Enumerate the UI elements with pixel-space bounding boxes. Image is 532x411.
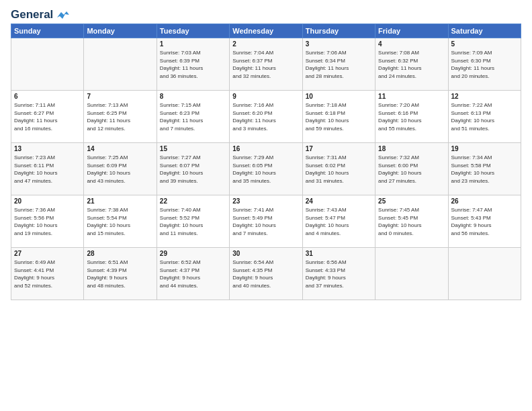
calendar-cell: 22Sunrise: 7:40 AM Sunset: 5:52 PM Dayli… [157,195,229,248]
cell-content: Sunrise: 7:36 AM Sunset: 5:56 PM Dayligh… [14,206,81,237]
day-header-friday: Friday [375,24,448,38]
cell-content: Sunrise: 7:47 AM Sunset: 5:43 PM Dayligh… [451,206,518,237]
page: General SundayMondayTuesdayWednesdayThur… [0,0,532,411]
day-number: 2 [232,40,299,48]
logo: General [11,8,69,19]
calendar-cell: 1Sunrise: 7:03 AM Sunset: 6:39 PM Daylig… [157,38,229,91]
day-number: 30 [232,250,299,257]
logo-general: General [11,8,53,21]
cell-content: Sunrise: 7:29 AM Sunset: 6:05 PM Dayligh… [232,154,299,185]
calendar-cell: 23Sunrise: 7:41 AM Sunset: 5:49 PM Dayli… [230,195,302,248]
cell-content: Sunrise: 7:38 AM Sunset: 5:54 PM Dayligh… [87,206,153,237]
day-number: 8 [160,93,226,100]
calendar-cell: 10Sunrise: 7:18 AM Sunset: 6:18 PM Dayli… [302,91,375,143]
calendar-cell: 13Sunrise: 7:23 AM Sunset: 6:11 PM Dayli… [11,143,84,195]
header: General [11,8,521,19]
cell-content: Sunrise: 7:22 AM Sunset: 6:13 PM Dayligh… [451,101,518,132]
calendar-week-row: 1Sunrise: 7:03 AM Sunset: 6:39 PM Daylig… [11,38,521,91]
cell-content: Sunrise: 7:41 AM Sunset: 5:49 PM Dayligh… [232,206,299,237]
calendar-cell [375,248,448,300]
calendar-body: 1Sunrise: 7:03 AM Sunset: 6:39 PM Daylig… [11,38,521,300]
cell-content: Sunrise: 7:04 AM Sunset: 6:37 PM Dayligh… [232,49,299,80]
calendar-week-row: 20Sunrise: 7:36 AM Sunset: 5:56 PM Dayli… [11,195,521,248]
calendar-cell: 7Sunrise: 7:13 AM Sunset: 6:25 PM Daylig… [84,91,157,143]
day-number: 1 [160,40,226,48]
cell-content: Sunrise: 7:27 AM Sunset: 6:07 PM Dayligh… [160,154,226,185]
cell-content: Sunrise: 7:20 AM Sunset: 6:16 PM Dayligh… [378,101,445,132]
day-header-sunday: Sunday [11,24,84,38]
cell-content: Sunrise: 7:13 AM Sunset: 6:25 PM Dayligh… [87,101,153,132]
calendar-cell: 20Sunrise: 7:36 AM Sunset: 5:56 PM Dayli… [11,195,84,248]
cell-content: Sunrise: 7:40 AM Sunset: 5:52 PM Dayligh… [160,206,226,237]
day-header-thursday: Thursday [302,24,375,38]
cell-content: Sunrise: 7:32 AM Sunset: 6:00 PM Dayligh… [378,154,445,185]
calendar-cell [448,248,521,300]
cell-content: Sunrise: 7:08 AM Sunset: 6:32 PM Dayligh… [378,49,445,80]
calendar-cell [11,38,84,91]
calendar-cell: 12Sunrise: 7:22 AM Sunset: 6:13 PM Dayli… [448,91,521,143]
day-number: 6 [14,93,81,100]
day-number: 24 [306,197,372,205]
calendar-week-row: 13Sunrise: 7:23 AM Sunset: 6:11 PM Dayli… [11,143,521,195]
day-number: 16 [232,145,299,152]
calendar-cell: 19Sunrise: 7:34 AM Sunset: 5:58 PM Dayli… [448,143,521,195]
day-number: 4 [378,40,445,48]
day-number: 13 [14,145,81,152]
day-header-saturday: Saturday [448,24,521,38]
day-number: 23 [232,197,299,205]
day-number: 11 [378,93,445,100]
day-number: 9 [232,93,299,100]
calendar-cell: 26Sunrise: 7:47 AM Sunset: 5:43 PM Dayli… [448,195,521,248]
day-number: 12 [451,93,518,100]
calendar-cell: 8Sunrise: 7:15 AM Sunset: 6:23 PM Daylig… [157,91,229,143]
day-number: 17 [306,145,372,152]
cell-content: Sunrise: 7:23 AM Sunset: 6:11 PM Dayligh… [14,154,81,185]
cell-content: Sunrise: 7:31 AM Sunset: 6:02 PM Dayligh… [306,154,372,185]
day-number: 18 [378,145,445,152]
day-number: 14 [87,145,153,152]
cell-content: Sunrise: 7:25 AM Sunset: 6:09 PM Dayligh… [87,154,153,185]
cell-content: Sunrise: 7:11 AM Sunset: 6:27 PM Dayligh… [14,101,81,132]
day-number: 5 [451,40,518,48]
day-number: 22 [160,197,226,205]
day-number: 21 [87,197,153,205]
day-number: 27 [14,250,81,257]
day-number: 19 [451,145,518,152]
cell-content: Sunrise: 7:43 AM Sunset: 5:47 PM Dayligh… [306,206,372,237]
calendar-cell: 21Sunrise: 7:38 AM Sunset: 5:54 PM Dayli… [84,195,157,248]
calendar-cell: 16Sunrise: 7:29 AM Sunset: 6:05 PM Dayli… [230,143,302,195]
calendar-week-row: 27Sunrise: 6:49 AM Sunset: 4:41 PM Dayli… [11,248,521,300]
day-header-monday: Monday [84,24,157,38]
cell-content: Sunrise: 7:15 AM Sunset: 6:23 PM Dayligh… [160,101,226,132]
cell-content: Sunrise: 6:54 AM Sunset: 4:35 PM Dayligh… [232,259,299,289]
day-number: 29 [160,250,226,257]
calendar-cell: 30Sunrise: 6:54 AM Sunset: 4:35 PM Dayli… [230,248,302,300]
svg-marker-0 [57,11,69,19]
day-header-tuesday: Tuesday [157,24,229,38]
cell-content: Sunrise: 7:18 AM Sunset: 6:18 PM Dayligh… [306,101,372,132]
calendar-cell: 9Sunrise: 7:16 AM Sunset: 6:20 PM Daylig… [230,91,302,143]
day-number: 15 [160,145,226,152]
cell-content: Sunrise: 6:52 AM Sunset: 4:37 PM Dayligh… [160,259,226,289]
day-number: 28 [87,250,153,257]
calendar-cell: 6Sunrise: 7:11 AM Sunset: 6:27 PM Daylig… [11,91,84,143]
cell-content: Sunrise: 7:03 AM Sunset: 6:39 PM Dayligh… [160,49,226,80]
calendar-cell: 25Sunrise: 7:45 AM Sunset: 5:45 PM Dayli… [375,195,448,248]
calendar-cell: 31Sunrise: 6:56 AM Sunset: 4:33 PM Dayli… [302,248,375,300]
day-number: 10 [306,93,372,100]
day-number: 31 [306,250,372,257]
calendar-cell: 18Sunrise: 7:32 AM Sunset: 6:00 PM Dayli… [375,143,448,195]
cell-content: Sunrise: 7:16 AM Sunset: 6:20 PM Dayligh… [232,101,299,132]
cell-content: Sunrise: 7:09 AM Sunset: 6:30 PM Dayligh… [451,49,518,80]
day-header-wednesday: Wednesday [230,24,302,38]
cell-content: Sunrise: 6:49 AM Sunset: 4:41 PM Dayligh… [14,259,81,289]
calendar-cell: 4Sunrise: 7:08 AM Sunset: 6:32 PM Daylig… [375,38,448,91]
calendar-cell: 14Sunrise: 7:25 AM Sunset: 6:09 PM Dayli… [84,143,157,195]
calendar-cell: 29Sunrise: 6:52 AM Sunset: 4:37 PM Dayli… [157,248,229,300]
calendar-cell: 17Sunrise: 7:31 AM Sunset: 6:02 PM Dayli… [302,143,375,195]
day-number: 26 [451,197,518,205]
calendar-cell: 27Sunrise: 6:49 AM Sunset: 4:41 PM Dayli… [11,248,84,300]
day-number: 3 [306,40,372,48]
calendar-header-row: SundayMondayTuesdayWednesdayThursdayFrid… [11,24,521,38]
day-number: 7 [87,93,153,100]
